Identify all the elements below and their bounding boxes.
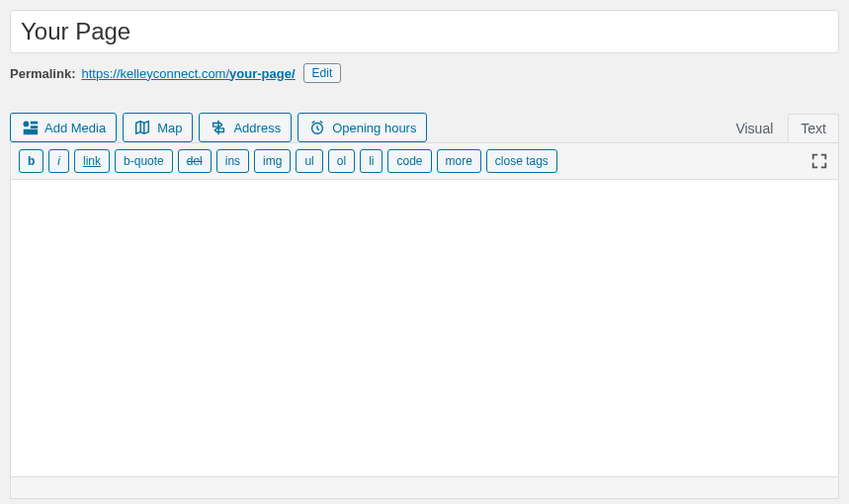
editor-footer-bar — [11, 476, 838, 498]
permalink-slug: your-page/ — [229, 66, 295, 81]
opening-hours-label: Opening hours — [332, 121, 416, 135]
qt-del-button[interactable]: del — [178, 149, 212, 173]
tab-visual[interactable]: Visual — [722, 114, 786, 142]
permalink-row: Permalink: https://kelleyconnect.com/you… — [10, 63, 839, 83]
qt-bold-button[interactable]: b — [19, 149, 43, 173]
map-label: Map — [157, 121, 182, 135]
permalink-label: Permalink: — [10, 66, 75, 81]
qt-img-button[interactable]: img — [254, 149, 291, 173]
quicktags-toolbar: b i link b-quote del ins img ul ol li co… — [11, 143, 838, 180]
qt-ul-button[interactable]: ul — [296, 149, 322, 173]
address-label: Address — [233, 121, 281, 135]
permalink-link[interactable]: https://kelleyconnect.com/your-page/ — [81, 66, 295, 81]
qt-ins-button[interactable]: ins — [216, 149, 249, 173]
qt-more-button[interactable]: more — [437, 149, 481, 173]
qt-ol-button[interactable]: ol — [328, 149, 355, 173]
map-icon — [133, 119, 151, 136]
clock-icon — [308, 119, 326, 136]
tab-text[interactable]: Text — [788, 114, 839, 142]
editor-box: b i link b-quote del ins img ul ol li co… — [10, 142, 839, 499]
content-textarea[interactable] — [11, 180, 838, 476]
media-icon — [21, 119, 39, 136]
opening-hours-button[interactable]: Opening hours — [297, 113, 427, 142]
signpost-icon — [210, 119, 227, 136]
qt-bquote-button[interactable]: b-quote — [115, 149, 173, 173]
fullscreen-icon[interactable] — [808, 150, 830, 172]
svg-point-0 — [24, 122, 30, 127]
qt-li-button[interactable]: li — [360, 149, 382, 173]
qt-italic-button[interactable]: i — [48, 149, 69, 173]
permalink-base: https://kelleyconnect.com/ — [81, 66, 229, 81]
permalink-edit-button[interactable]: Edit — [303, 63, 342, 83]
address-button[interactable]: Address — [199, 113, 292, 142]
add-media-button[interactable]: Add Media — [10, 113, 117, 142]
qt-link-button[interactable]: link — [74, 149, 110, 173]
page-title-input[interactable] — [10, 10, 839, 53]
map-button[interactable]: Map — [123, 113, 193, 142]
add-media-label: Add Media — [44, 121, 106, 135]
qt-code-button[interactable]: code — [387, 149, 431, 173]
editor-tabs: Visual Text — [721, 114, 839, 142]
qt-close-tags-button[interactable]: close tags — [486, 149, 557, 173]
